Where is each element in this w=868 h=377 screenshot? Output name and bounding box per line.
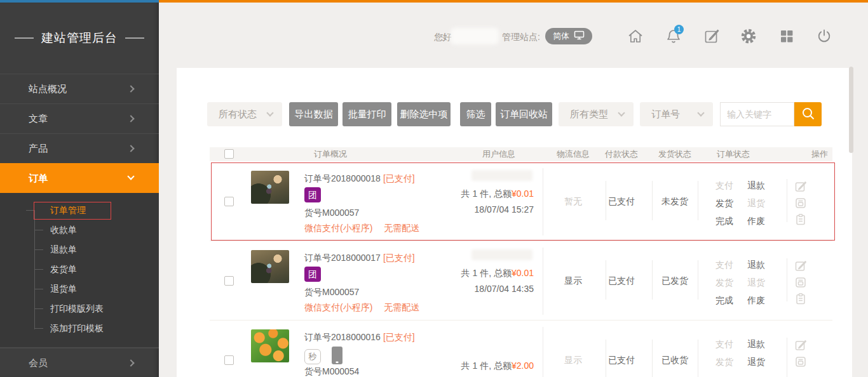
table-header: 订单概况 用户信息 物流信息 付款状态 发货状态 订单状态 操作 (210, 147, 832, 161)
action-void[interactable]: 作废 (747, 212, 775, 230)
sidebar-item-label: 文章 (29, 113, 48, 125)
product-thumbnail (251, 171, 289, 204)
flash-sale-badge: 秒 (304, 349, 321, 364)
row-checkbox[interactable] (224, 276, 234, 286)
gear-icon[interactable] (740, 28, 757, 44)
clipboard-icon[interactable] (794, 213, 807, 226)
app-title: 建站管理后台 (0, 3, 159, 74)
order-state-actions: 支付 退款 发货 退货 完成 作废 (715, 256, 775, 309)
action-return[interactable]: 退货 (747, 353, 775, 371)
scrollbar-thumb[interactable] (849, 67, 853, 153)
print-icon[interactable] (794, 355, 807, 368)
apps-grid-icon[interactable] (778, 28, 795, 44)
submenu-item-print-template-list[interactable]: 打印模版列表 (0, 299, 159, 319)
submenu-item-order-management[interactable]: 订单管理 (0, 201, 159, 220)
action-refund[interactable]: 退款 (747, 256, 775, 274)
batch-print-button[interactable]: 批量打印 (342, 102, 391, 126)
total-prefix: 共 1 件, 总额 (461, 268, 512, 278)
status-filter-dropdown[interactable]: 所有状态 (207, 102, 282, 126)
product-thumbnail (251, 250, 289, 283)
delete-selected-button[interactable]: 删除选中项 (397, 102, 451, 126)
payment-method: 微信支付(小程序) (304, 302, 372, 312)
print-icon[interactable] (794, 197, 807, 209)
submenu-item-label: 退款单 (50, 244, 77, 255)
col-header-order-status: 订单状态 (717, 147, 750, 161)
col-header-user-info: 用户信息 (482, 147, 515, 161)
edit-icon[interactable] (794, 260, 807, 272)
row-checkbox[interactable] (224, 197, 234, 206)
payment-method: 微信支付(小程序) (304, 223, 372, 233)
sidebar-item-articles[interactable]: 文章 (0, 103, 159, 133)
logistics-info: 暂无 (548, 196, 599, 208)
action-return[interactable]: 退货 (747, 194, 775, 212)
payment-status: 已支付 (596, 355, 647, 366)
type-filter-dropdown[interactable]: 所有类型 (559, 102, 634, 126)
greeting-text: 您好 (434, 32, 452, 43)
column-divider (543, 327, 543, 377)
submenu-item-add-print-template[interactable]: 添加打印模板 (0, 319, 159, 338)
edit-icon[interactable] (794, 339, 807, 352)
action-complete[interactable]: 完成 (715, 212, 747, 230)
order-number: 订单号2018000018 (304, 173, 381, 183)
submenu-item-label: 退货单 (50, 284, 77, 294)
delivery-method: 无需配送 (384, 223, 419, 233)
action-ship[interactable]: 发货 (715, 194, 747, 212)
order-recycle-bin-button[interactable]: 订单回收站 (496, 102, 552, 126)
language-switcher-button[interactable]: 简体 (545, 28, 592, 44)
compose-icon[interactable] (703, 28, 720, 44)
power-icon[interactable] (816, 28, 832, 44)
type-filter-value: 所有类型 (570, 109, 608, 121)
action-refund[interactable]: 退款 (747, 335, 775, 353)
order-state-actions: 支付 退款 发货 退货 完成 作废 (715, 176, 775, 230)
submenu-item-receipts[interactable]: 收款单 (0, 220, 159, 240)
clipboard-icon[interactable] (794, 293, 807, 305)
action-refund[interactable]: 退款 (747, 176, 775, 194)
print-icon[interactable] (794, 276, 807, 289)
chevron-right-icon (127, 145, 134, 152)
bell-icon[interactable]: 1 (665, 28, 682, 44)
action-return[interactable]: 退货 (747, 274, 775, 291)
action-ship[interactable]: 发货 (715, 274, 747, 291)
search-icon (801, 106, 816, 123)
search-input[interactable] (720, 102, 794, 126)
action-complete[interactable]: 完成 (715, 291, 747, 309)
chevron-down-icon (618, 109, 625, 116)
submenu-item-refund-orders[interactable]: 退款单 (0, 240, 159, 260)
sidebar-item-orders[interactable]: 订单 (0, 163, 159, 193)
sidebar-item-site-overview[interactable]: 站点概况 (0, 74, 159, 103)
action-pay[interactable]: 支付 (715, 176, 747, 194)
sidebar-item-products[interactable]: 产品 (0, 133, 159, 163)
total-amount: ¥0.01 (512, 189, 534, 199)
search-button[interactable] (794, 102, 822, 126)
order-table-body: 订单号2018000018[已支付] 团 货号M000057 微信支付(小程序)… (210, 162, 832, 377)
logistics-info-toggle[interactable]: 显示 (548, 275, 599, 287)
submenu-item-label: 打印模版列表 (50, 303, 104, 314)
filter-button[interactable]: 筛选 (460, 102, 491, 126)
select-all-checkbox[interactable] (224, 149, 234, 159)
redacted-buyer-name (471, 249, 532, 260)
row-checkbox[interactable] (224, 355, 234, 365)
group-buy-badge: 团 (304, 267, 321, 282)
search-field-dropdown[interactable]: 订单号 (640, 102, 713, 126)
column-divider (543, 168, 543, 235)
home-icon[interactable] (627, 28, 644, 44)
redacted-buyer-name (471, 170, 532, 181)
action-void[interactable]: 作废 (747, 291, 775, 309)
language-label: 简体 (553, 30, 569, 42)
submenu-item-return-orders[interactable]: 退货单 (0, 279, 159, 299)
action-pay[interactable]: 支付 (715, 256, 747, 274)
table-row: 订单号2018000018[已支付] 团 货号M000057 微信支付(小程序)… (210, 162, 832, 241)
column-divider (787, 338, 787, 377)
order-datetime: 18/07/04 14:35 (475, 284, 534, 294)
payment-method-line: 微信支付(小程序)无需配送 (304, 223, 431, 234)
sidebar-item-members[interactable]: 会员 (0, 348, 159, 377)
export-data-button[interactable]: 导出数据 (289, 102, 338, 126)
column-divider (543, 248, 543, 315)
action-pay[interactable]: 支付 (715, 335, 747, 353)
logistics-info-toggle[interactable]: 显示 (548, 355, 599, 366)
edit-icon[interactable] (794, 180, 807, 193)
submenu-item-shipping-orders[interactable]: 发货单 (0, 260, 159, 279)
chevron-right-icon (127, 85, 134, 92)
action-ship[interactable]: 发货 (715, 353, 747, 371)
group-buy-badge: 团 (304, 187, 321, 202)
